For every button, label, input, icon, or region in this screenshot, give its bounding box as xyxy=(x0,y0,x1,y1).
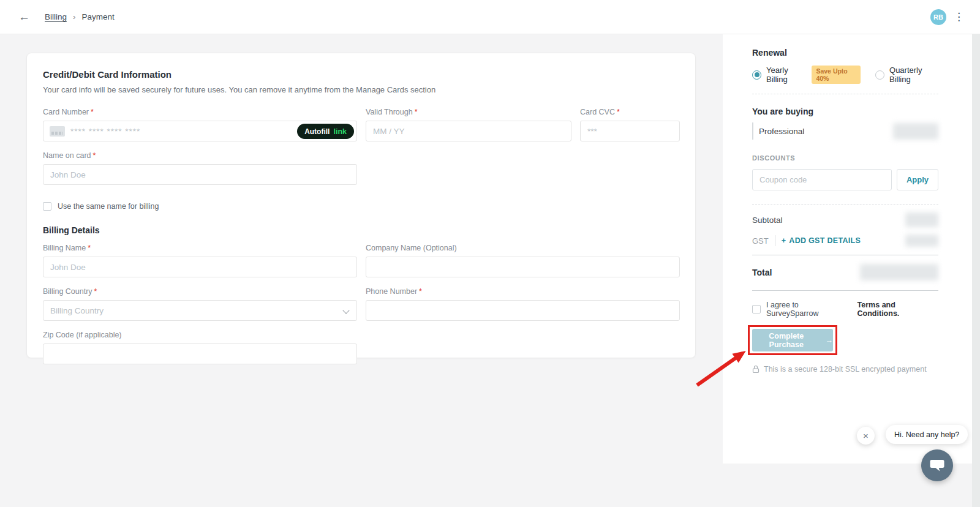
chat-tooltip[interactable]: Hi. Need any help? xyxy=(886,425,968,444)
yearly-billing-label: Yearly Billing xyxy=(766,66,805,84)
add-gst-details-button[interactable]: + ADD GST DETAILS xyxy=(782,236,861,245)
annotation-arrow xyxy=(690,340,757,392)
divider xyxy=(752,94,938,94)
divider xyxy=(752,255,938,255)
masked-subtotal-value xyxy=(905,212,938,227)
terms-checkbox[interactable] xyxy=(752,305,761,314)
masked-total-value xyxy=(860,264,938,280)
card-cvc-label: Card CVC* xyxy=(580,108,680,116)
phone-number-label: Phone Number* xyxy=(366,287,680,296)
renewal-title: Renewal xyxy=(752,48,938,58)
billing-name-input[interactable] xyxy=(43,257,357,277)
quarterly-billing-radio[interactable] xyxy=(875,70,884,80)
masked-gst-value xyxy=(905,235,938,247)
subtotal-label: Subtotal xyxy=(752,216,783,225)
credit-card-icon xyxy=(50,126,65,137)
billing-name-field: Billing Name* xyxy=(43,244,357,277)
name-on-card-field: Name on card* xyxy=(43,151,357,185)
card-info-title: Credit/Debit Card Information xyxy=(43,69,679,80)
card-number-label: Card Number* xyxy=(43,108,357,116)
card-cvc-field: Card CVC* xyxy=(580,108,680,141)
complete-purchase-button[interactable]: Complete Purchase → xyxy=(752,329,833,351)
breadcrumb-current: Payment xyxy=(81,12,114,21)
coupon-row: Apply xyxy=(752,169,938,190)
plus-icon: + xyxy=(782,236,786,245)
subtotal-row: Subtotal xyxy=(752,212,938,227)
ssl-note: This is a secure 128-bit SSL encrypted p… xyxy=(764,365,927,374)
zip-code-input[interactable] xyxy=(43,344,357,364)
save-badge: Save Upto 40% xyxy=(812,66,861,84)
valid-through-input[interactable] xyxy=(366,121,571,141)
renewal-options: Yearly Billing Save Upto 40% Quarterly B… xyxy=(752,66,938,84)
same-name-checkbox-row: Use the same name for billing xyxy=(43,202,679,211)
lock-icon xyxy=(752,365,760,374)
breadcrumb-chevron-icon: › xyxy=(73,12,75,21)
billing-country-placeholder: Billing Country xyxy=(50,306,104,315)
phone-number-field: Phone Number* xyxy=(366,287,680,321)
card-number-field: Card Number* Autofill link xyxy=(43,108,357,141)
name-on-card-label: Name on card* xyxy=(43,151,357,160)
chat-launcher-button[interactable] xyxy=(921,449,953,481)
same-name-checkbox-label: Use the same name for billing xyxy=(58,202,159,211)
agreement-row: I agree to SurveySparrow Terms and Condi… xyxy=(752,301,938,318)
divider xyxy=(752,290,938,291)
coupon-code-input[interactable] xyxy=(752,169,892,190)
avatar[interactable]: RB xyxy=(930,9,946,25)
required-asterisk: * xyxy=(94,287,97,296)
company-name-field: Company Name (Optional) xyxy=(366,244,680,277)
billing-name-label: Billing Name* xyxy=(43,244,357,252)
apply-coupon-button[interactable]: Apply xyxy=(897,169,938,190)
zip-code-label: Zip Code (if applicable) xyxy=(43,331,357,339)
total-row: Total xyxy=(752,264,938,280)
masked-plan-price xyxy=(893,123,938,140)
you-are-buying-title: You are buying xyxy=(752,107,938,116)
total-label: Total xyxy=(752,268,772,277)
order-summary-sidebar: Renewal Yearly Billing Save Upto 40% Qua… xyxy=(723,34,972,464)
billing-country-label: Billing Country* xyxy=(43,287,357,296)
same-name-checkbox[interactable] xyxy=(43,202,51,211)
card-cvc-input[interactable] xyxy=(580,121,680,141)
terms-and-conditions-link[interactable]: Terms and Conditions. xyxy=(858,301,938,318)
zip-code-field: Zip Code (if applicable) xyxy=(43,331,357,364)
company-name-input[interactable] xyxy=(366,257,680,277)
agreement-text: I agree to SurveySparrow xyxy=(766,301,852,318)
billing-details-title: Billing Details xyxy=(43,225,679,235)
kebab-menu-icon[interactable]: ⋮ xyxy=(954,12,964,22)
required-asterisk: * xyxy=(91,108,94,116)
autofill-label: Autofill xyxy=(304,127,330,136)
required-asterisk: * xyxy=(93,151,96,160)
breadcrumb-billing-link[interactable]: Billing xyxy=(45,12,67,21)
phone-number-input[interactable] xyxy=(366,300,680,321)
required-asterisk: * xyxy=(415,108,418,116)
yearly-billing-radio[interactable] xyxy=(752,70,761,80)
purchase-button-area: Complete Purchase → xyxy=(752,329,833,351)
valid-through-field: Valid Through* xyxy=(366,108,571,141)
scrollbar-track[interactable] xyxy=(972,34,980,507)
arrow-right-icon: → xyxy=(826,336,834,345)
chat-bubble-icon xyxy=(929,459,945,473)
plan-name: Professional xyxy=(759,127,804,136)
required-asterisk: * xyxy=(617,108,620,116)
gst-label: GST xyxy=(752,236,769,246)
ssl-note-row: This is a secure 128-bit SSL encrypted p… xyxy=(752,365,938,374)
plan-row: Professional xyxy=(752,122,938,140)
company-name-label: Company Name (Optional) xyxy=(366,244,680,252)
back-arrow-icon[interactable]: ← xyxy=(18,11,30,23)
divider xyxy=(752,204,938,205)
chat-dismiss-button[interactable]: × xyxy=(857,427,875,445)
top-header: ← Billing › Payment RB ⋮ xyxy=(0,0,980,34)
gst-row: GST + ADD GST DETAILS xyxy=(752,235,938,247)
link-brand-label: link xyxy=(333,127,347,136)
card-info-subtitle: Your card info will be saved securely fo… xyxy=(43,85,679,94)
required-asterisk: * xyxy=(419,287,422,296)
autofill-link-button[interactable]: Autofill link xyxy=(297,124,354,139)
divider xyxy=(775,235,775,246)
quarterly-billing-label: Quarterly Billing xyxy=(889,66,938,84)
discounts-title: DISCOUNTS xyxy=(752,154,938,162)
name-on-card-input[interactable] xyxy=(43,164,357,185)
close-icon: × xyxy=(863,430,869,441)
billing-country-field: Billing Country* Billing Country xyxy=(43,287,357,321)
billing-country-select[interactable]: Billing Country xyxy=(43,300,357,321)
required-asterisk: * xyxy=(88,244,91,252)
chevron-down-icon xyxy=(342,307,349,314)
